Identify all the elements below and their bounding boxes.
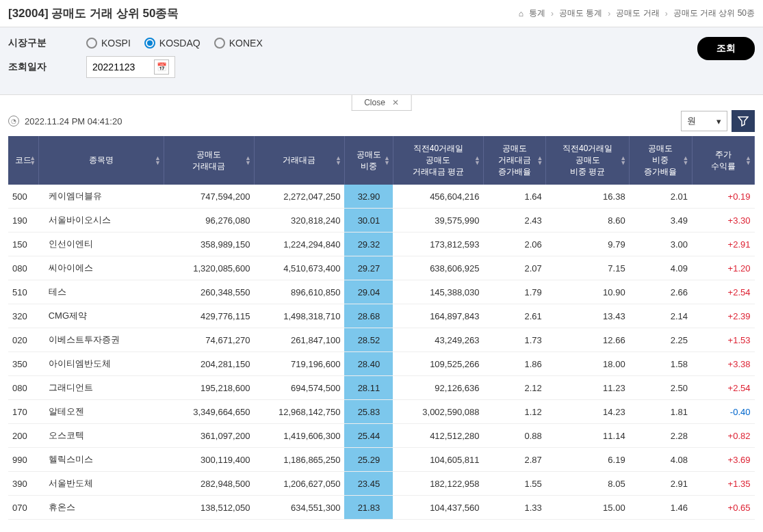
- cell: 9.79: [546, 232, 630, 256]
- date-label: 조회일자: [8, 61, 70, 73]
- market-radio-kospi[interactable]: KOSPI: [86, 38, 131, 49]
- cell: +2.39: [692, 304, 754, 328]
- radio-icon: [214, 38, 225, 49]
- cell: 510: [8, 280, 39, 304]
- sort-icon[interactable]: ▲▼: [384, 156, 390, 165]
- cell: 11.14: [546, 424, 630, 448]
- sort-icon[interactable]: ▲▼: [745, 156, 751, 165]
- chevron-right-icon: ›: [608, 9, 610, 18]
- cell: +0.65: [692, 496, 754, 520]
- cell: 173,812,593: [393, 232, 483, 256]
- cell: +1.20: [692, 256, 754, 280]
- cell: 190: [8, 209, 39, 232]
- col-header-7[interactable]: 직전40거래일 공매도 비중 평균▲▼: [546, 136, 630, 185]
- cell: 21.83: [344, 496, 393, 520]
- crumb-2[interactable]: 공매도 거래: [616, 8, 659, 19]
- cell: 6.19: [546, 448, 630, 472]
- cell: 020: [8, 328, 39, 352]
- radio-label: KOSDAQ: [159, 38, 201, 49]
- col-header-2[interactable]: 공매도 거래대금▲▼: [164, 136, 254, 185]
- table-row[interactable]: 070휴온스138,512,050634,551,30021.83104,437…: [8, 496, 755, 520]
- calendar-icon[interactable]: 📅: [154, 59, 169, 75]
- col-header-4[interactable]: 공매도 비중▲▼: [344, 136, 393, 185]
- table-row[interactable]: 200오스코텍361,097,2001,419,606,30025.44412,…: [8, 424, 755, 448]
- home-icon[interactable]: ⌂: [519, 9, 523, 18]
- cell: 13.43: [546, 304, 630, 328]
- col-header-3[interactable]: 거래대금▲▼: [254, 136, 344, 185]
- cell: 719,196,600: [254, 352, 344, 376]
- sort-icon[interactable]: ▲▼: [620, 156, 626, 165]
- cell: 4.08: [630, 448, 692, 472]
- crumb-1[interactable]: 공매도 통계: [559, 8, 602, 19]
- sort-icon[interactable]: ▲▼: [536, 156, 543, 165]
- cell: 2.91: [630, 472, 692, 496]
- cell: 92,126,636: [393, 376, 483, 400]
- table-row[interactable]: 080그래디언트195,218,600694,574,50028.1192,12…: [8, 376, 755, 400]
- cell: 96,276,080: [164, 209, 254, 232]
- cell: 747,594,200: [164, 185, 254, 209]
- radio-label: KONEX: [229, 38, 263, 49]
- cell: +1.35: [692, 472, 754, 496]
- chevron-down-icon: ▾: [716, 116, 721, 127]
- market-radio-konex[interactable]: KONEX: [214, 38, 263, 49]
- sort-icon[interactable]: ▲▼: [683, 156, 689, 165]
- cell: 1.12: [483, 400, 545, 424]
- sort-icon[interactable]: ▲▼: [335, 156, 341, 165]
- cell: 1,224,294,840: [254, 232, 344, 256]
- table-row[interactable]: 390서울반도체282,948,5001,206,627,05023.45182…: [8, 472, 755, 496]
- cell: 인선이엔티: [39, 232, 164, 256]
- date-field[interactable]: 📅: [86, 56, 175, 78]
- market-label: 시장구분: [8, 37, 70, 49]
- table-row[interactable]: 500케이엠더블유747,594,2002,272,047,25032.9045…: [8, 185, 755, 209]
- col-header-9[interactable]: 주가 수익률▲▼: [692, 136, 754, 185]
- cell: 3,349,664,650: [164, 400, 254, 424]
- cell: 테스: [39, 280, 164, 304]
- cell: 195,218,600: [164, 376, 254, 400]
- table-row[interactable]: 020이베스트투자증권74,671,270261,847,10028.5243,…: [8, 328, 755, 352]
- crumb-0[interactable]: 통계: [529, 8, 545, 19]
- cell: 25.29: [344, 448, 393, 472]
- table-row[interactable]: 350아이티엠반도체204,281,150719,196,60028.40109…: [8, 352, 755, 376]
- table-row[interactable]: 990헬릭스미스300,119,4001,186,865,25025.29104…: [8, 448, 755, 472]
- col-header-5[interactable]: 직전40거래일 공매도 거래대금 평균▲▼: [393, 136, 483, 185]
- table-row[interactable]: 510테스260,348,550896,610,85029.04145,388,…: [8, 280, 755, 304]
- close-filter-button[interactable]: Close ✕: [351, 95, 412, 111]
- cell: 104,605,811: [393, 448, 483, 472]
- cell: 서울바이오시스: [39, 209, 164, 232]
- col-header-8[interactable]: 공매도 비중 증가배율▲▼: [630, 136, 692, 185]
- table-row[interactable]: 320CMG제약429,776,1151,498,318,71028.68164…: [8, 304, 755, 328]
- cell: 170: [8, 400, 39, 424]
- data-table: 코드▲▼종목명▲▼공매도 거래대금▲▼거래대금▲▼공매도 비중▲▼직전40거래일…: [8, 136, 755, 520]
- cell: 2.28: [630, 424, 692, 448]
- search-button[interactable]: 조회: [697, 37, 755, 60]
- table-row[interactable]: 190서울바이오시스96,276,080320,818,24030.0139,5…: [8, 209, 755, 232]
- col-header-6[interactable]: 공매도 거래대금 증가배율▲▼: [483, 136, 545, 185]
- cell: 30.01: [344, 209, 393, 232]
- cell: 3.49: [630, 209, 692, 232]
- sort-icon[interactable]: ▲▼: [245, 156, 251, 165]
- unit-select[interactable]: 원 ▾: [681, 111, 727, 131]
- cell: 씨아이에스: [39, 256, 164, 280]
- market-radio-kosdaq[interactable]: KOSDAQ: [144, 38, 201, 49]
- cell: 456,604,216: [393, 185, 483, 209]
- cell: 18.00: [546, 352, 630, 376]
- col-header-1[interactable]: 종목명▲▼: [39, 136, 164, 185]
- col-header-0[interactable]: 코드▲▼: [8, 136, 39, 185]
- table-row[interactable]: 150인선이엔티358,989,1501,224,294,84029.32173…: [8, 232, 755, 256]
- cell: 2.12: [483, 376, 545, 400]
- page-title: [32004] 공매도 거래 상위 50종목: [8, 5, 179, 21]
- cell: 1.33: [483, 496, 545, 520]
- radio-icon: [144, 38, 155, 49]
- date-input[interactable]: [92, 62, 147, 72]
- cell: 4,510,673,400: [254, 256, 344, 280]
- filter-button[interactable]: [732, 110, 755, 132]
- cell: 서울반도체: [39, 472, 164, 496]
- sort-icon[interactable]: ▲▼: [474, 156, 480, 165]
- cell: 1.86: [483, 352, 545, 376]
- cell: 200: [8, 424, 39, 448]
- sort-icon[interactable]: ▲▼: [29, 156, 36, 165]
- cell: 39,575,990: [393, 209, 483, 232]
- table-row[interactable]: 080씨아이에스1,320,085,6004,510,673,40029.276…: [8, 256, 755, 280]
- table-row[interactable]: 170알테오젠3,349,664,65012,968,142,75025.833…: [8, 400, 755, 424]
- sort-icon[interactable]: ▲▼: [155, 156, 161, 165]
